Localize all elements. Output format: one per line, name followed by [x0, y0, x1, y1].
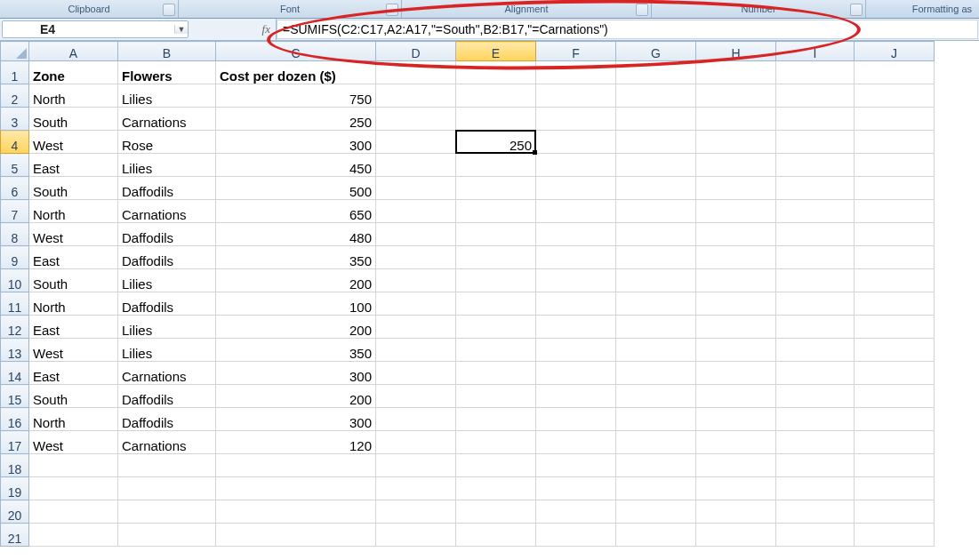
cell[interactable]: [456, 108, 536, 131]
row-header[interactable]: 12: [1, 316, 29, 339]
cell[interactable]: [376, 500, 456, 524]
name-box-dropdown-icon[interactable]: ▼: [174, 25, 188, 34]
cell[interactable]: [696, 431, 776, 454]
cell[interactable]: [776, 154, 855, 177]
cell[interactable]: [536, 316, 616, 339]
cell[interactable]: [216, 500, 376, 524]
column-header-J[interactable]: J: [855, 42, 935, 61]
cell[interactable]: [855, 339, 935, 362]
cell[interactable]: [855, 292, 935, 316]
cell[interactable]: 450: [216, 154, 376, 177]
cell[interactable]: West: [29, 431, 118, 454]
cell[interactable]: 750: [216, 84, 376, 108]
cell[interactable]: [376, 362, 456, 385]
cell[interactable]: 200: [216, 316, 376, 339]
cell[interactable]: Lilies: [118, 269, 216, 292]
cell[interactable]: 480: [216, 223, 376, 246]
cell[interactable]: West: [29, 131, 118, 154]
cell[interactable]: [776, 292, 855, 316]
cell[interactable]: [855, 524, 935, 547]
cell[interactable]: [776, 500, 855, 524]
cell[interactable]: [616, 292, 696, 316]
cell[interactable]: [855, 385, 935, 408]
cell[interactable]: [696, 292, 776, 316]
cell[interactable]: [776, 177, 855, 200]
cell[interactable]: South: [29, 177, 118, 200]
dialog-launcher-icon[interactable]: [636, 4, 648, 16]
cell[interactable]: Rose: [118, 131, 216, 154]
cell[interactable]: [616, 362, 696, 385]
cell[interactable]: [456, 154, 536, 177]
cell[interactable]: [696, 408, 776, 431]
cell[interactable]: [536, 339, 616, 362]
cell[interactable]: [456, 269, 536, 292]
cell[interactable]: [536, 524, 616, 547]
cell[interactable]: [696, 500, 776, 524]
cell[interactable]: [696, 477, 776, 500]
cell[interactable]: [536, 292, 616, 316]
cell[interactable]: [855, 269, 935, 292]
cell[interactable]: [376, 454, 456, 477]
cell[interactable]: [696, 200, 776, 223]
cell[interactable]: [536, 223, 616, 246]
cell[interactable]: [376, 477, 456, 500]
row-header[interactable]: 9: [1, 246, 29, 269]
cell[interactable]: 250: [456, 131, 536, 154]
cell[interactable]: [616, 431, 696, 454]
cell[interactable]: [536, 84, 616, 108]
cell[interactable]: [456, 339, 536, 362]
cell[interactable]: [776, 385, 855, 408]
cell[interactable]: 350: [216, 246, 376, 269]
cell[interactable]: [855, 500, 935, 524]
cell[interactable]: [216, 454, 376, 477]
cell[interactable]: Daffodils: [118, 223, 216, 246]
cell[interactable]: [616, 477, 696, 500]
cell[interactable]: East: [29, 362, 118, 385]
cell[interactable]: Carnations: [118, 431, 216, 454]
cell[interactable]: [616, 108, 696, 131]
row-header[interactable]: 14: [1, 362, 29, 385]
cell[interactable]: [29, 524, 118, 547]
cell[interactable]: [855, 84, 935, 108]
cell[interactable]: [456, 477, 536, 500]
cell[interactable]: [776, 316, 855, 339]
cell[interactable]: [616, 223, 696, 246]
cell[interactable]: [536, 154, 616, 177]
cell[interactable]: Daffodils: [118, 408, 216, 431]
cell[interactable]: [696, 61, 776, 84]
row-header[interactable]: 15: [1, 385, 29, 408]
cell[interactable]: [776, 84, 855, 108]
cell[interactable]: [456, 223, 536, 246]
cell[interactable]: [376, 385, 456, 408]
column-header-I[interactable]: I: [776, 42, 855, 61]
cell[interactable]: [616, 316, 696, 339]
cell[interactable]: [616, 500, 696, 524]
cell[interactable]: [536, 200, 616, 223]
fx-icon[interactable]: fx: [262, 22, 270, 36]
dialog-launcher-icon[interactable]: [850, 4, 863, 16]
cell[interactable]: [616, 154, 696, 177]
cell[interactable]: [456, 385, 536, 408]
cell[interactable]: Daffodils: [118, 177, 216, 200]
cell[interactable]: [696, 154, 776, 177]
cell[interactable]: [616, 385, 696, 408]
cell[interactable]: [456, 246, 536, 269]
cell[interactable]: [536, 431, 616, 454]
cell[interactable]: [616, 131, 696, 154]
cell[interactable]: [376, 84, 456, 108]
cell[interactable]: Daffodils: [118, 292, 216, 316]
cell[interactable]: [376, 177, 456, 200]
cell[interactable]: 350: [216, 339, 376, 362]
dialog-launcher-icon[interactable]: [163, 4, 175, 16]
cell[interactable]: [456, 177, 536, 200]
cell[interactable]: [696, 454, 776, 477]
cell[interactable]: [855, 108, 935, 131]
cell[interactable]: [536, 131, 616, 154]
name-box-value[interactable]: E4: [3, 22, 174, 36]
cell[interactable]: Flowers: [118, 61, 216, 84]
cell[interactable]: [776, 246, 855, 269]
cell[interactable]: North: [29, 84, 118, 108]
cell[interactable]: [376, 200, 456, 223]
cell[interactable]: [376, 131, 456, 154]
cell[interactable]: [855, 454, 935, 477]
